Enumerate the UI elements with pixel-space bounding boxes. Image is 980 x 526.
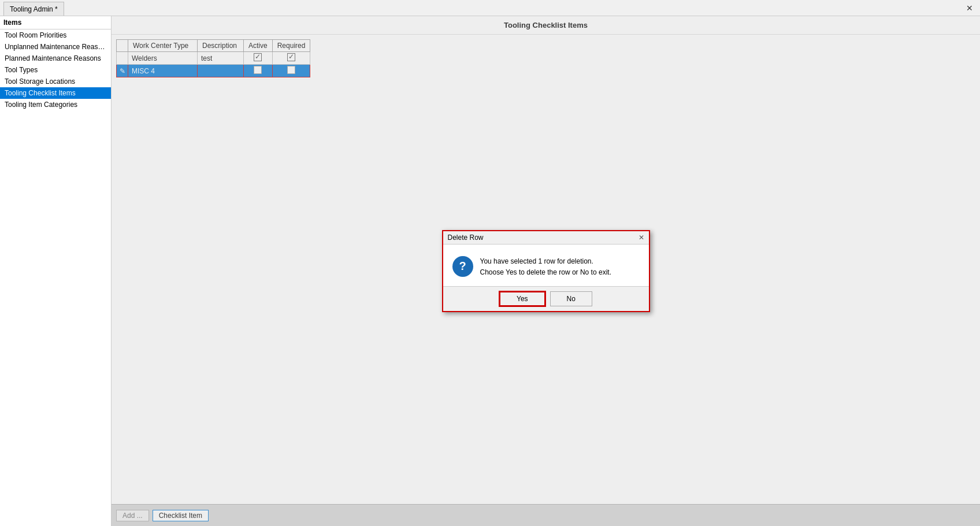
window-close-button[interactable]: ✕	[963, 2, 977, 14]
sidebar: Items Tool Room PrioritiesUnplanned Main…	[0, 16, 112, 526]
sidebar-item-tool-storage[interactable]: Tool Storage Locations	[0, 76, 111, 87]
dialog-title: Delete Row	[448, 234, 484, 242]
sidebar-items-list: Tool Room PrioritiesUnplanned Maintenanc…	[0, 29, 111, 110]
dialog-body: ? You have selected 1 row for deletion. …	[443, 245, 649, 286]
dialog-message: You have selected 1 row for deletion. Ch…	[480, 256, 611, 278]
dialog-close-button[interactable]: ✕	[639, 234, 644, 242]
sidebar-item-unplanned-maintenance[interactable]: Unplanned Maintenance Reasons	[0, 41, 111, 53]
dialog-message-line2: Choose Yes to delete the row or No to ex…	[480, 267, 611, 278]
dialog-question-icon: ?	[452, 256, 473, 277]
sidebar-header: Items	[0, 16, 111, 29]
main-layout: Items Tool Room PrioritiesUnplanned Main…	[0, 16, 980, 526]
sidebar-item-tooling-checklist[interactable]: Tooling Checklist Items	[0, 87, 111, 99]
content-area: Tooling Checklist Items Work Center Type…	[112, 16, 980, 526]
dialog-message-line1: You have selected 1 row for deletion.	[480, 256, 611, 267]
title-tabs: Tooling Admin *	[3, 0, 64, 16]
sidebar-item-tool-types[interactable]: Tool Types	[0, 64, 111, 76]
dialog-titlebar: Delete Row ✕	[443, 231, 649, 245]
dialog-overlay: Delete Row ✕ ? You have selected 1 row f…	[112, 16, 980, 526]
sidebar-item-tooling-item-categories[interactable]: Tooling Item Categories	[0, 99, 111, 110]
dialog-yes-button[interactable]: Yes	[499, 291, 545, 306]
title-tab-label: Tooling Admin *	[10, 5, 58, 13]
dialog-footer: Yes No	[443, 286, 649, 311]
dialog-no-button[interactable]: No	[550, 291, 592, 306]
delete-row-dialog: Delete Row ✕ ? You have selected 1 row f…	[442, 230, 650, 312]
title-tab[interactable]: Tooling Admin *	[3, 2, 64, 16]
title-bar: Tooling Admin * ✕	[0, 0, 980, 16]
sidebar-item-tool-room-priorities[interactable]: Tool Room Priorities	[0, 29, 111, 41]
sidebar-item-planned-maintenance[interactable]: Planned Maintenance Reasons	[0, 53, 111, 64]
